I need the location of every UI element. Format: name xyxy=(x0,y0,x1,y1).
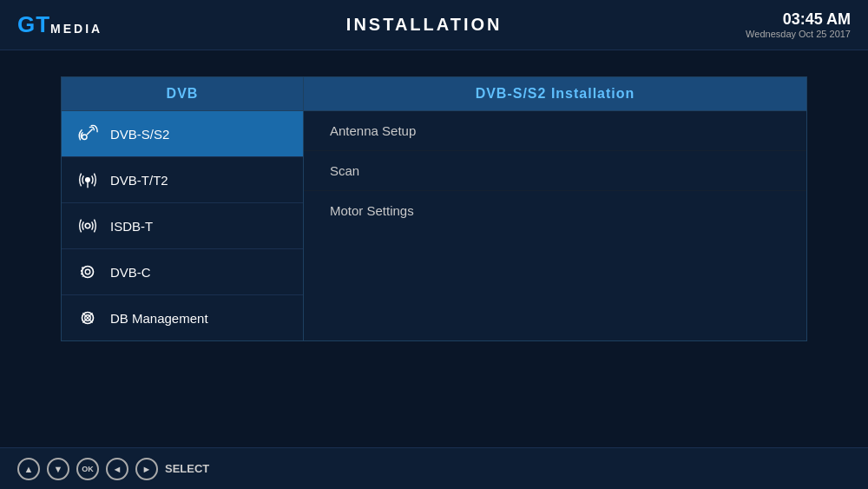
footer-btn-prev[interactable]: ◄ xyxy=(106,458,128,480)
footer: ▲ ▼ OK ◄ ► SELECT xyxy=(0,447,868,489)
installation-panel-header: DVB-S/S2 Installation xyxy=(304,77,806,111)
sidebar-item-db-management[interactable]: DB Management xyxy=(62,295,303,340)
broadcast-icon xyxy=(76,168,100,192)
svg-point-0 xyxy=(82,135,88,140)
sidebar-item-dvb-c[interactable]: DVB-C xyxy=(62,249,303,295)
date-display: Wednesday Oct 25 2017 xyxy=(746,29,851,39)
footer-btn-ok[interactable]: OK xyxy=(76,458,99,480)
dvb-panel: DVB DVB-S/S2 xyxy=(61,76,304,341)
svg-point-4 xyxy=(82,267,94,278)
svg-point-1 xyxy=(86,178,90,182)
broadcast-alt-icon xyxy=(76,214,100,238)
database-icon xyxy=(76,306,100,330)
footer-btn-up[interactable]: ▲ xyxy=(17,458,40,480)
header: GT MEDIA INSTALLATION 03:45 AM Wednesday… xyxy=(0,0,868,50)
main-content: DVB DVB-S/S2 xyxy=(0,59,868,359)
installation-item-antenna-setup[interactable]: Antenna Setup xyxy=(304,111,806,151)
time-display: 03:45 AM xyxy=(746,10,851,29)
logo: GT MEDIA xyxy=(17,11,102,38)
logo-media: MEDIA xyxy=(50,22,102,36)
dvb-panel-header: DVB xyxy=(62,77,303,111)
footer-btn-next[interactable]: ► xyxy=(135,458,158,480)
sidebar-item-dvb-s-s2-label: DVB-S/S2 xyxy=(110,127,169,142)
sidebar-item-dvb-t-t2[interactable]: DVB-T/T2 xyxy=(62,157,303,203)
sidebar-item-dvb-c-label: DVB-C xyxy=(110,265,151,280)
cable-icon xyxy=(76,260,100,284)
footer-select-label: SELECT xyxy=(165,462,209,475)
installation-item-scan[interactable]: Scan xyxy=(304,151,806,191)
sidebar-item-db-management-label: DB Management xyxy=(110,311,208,326)
installation-panel: DVB-S/S2 Installation Antenna Setup Scan… xyxy=(304,76,807,341)
svg-point-3 xyxy=(85,223,90,228)
footer-btn-down[interactable]: ▼ xyxy=(47,458,69,480)
sidebar-item-isdb-t-label: ISDB-T xyxy=(110,219,153,234)
sidebar-item-isdb-t[interactable]: ISDB-T xyxy=(62,203,303,249)
sidebar-item-dvb-t-t2-label: DVB-T/T2 xyxy=(110,173,168,188)
satellite-signal-icon xyxy=(76,122,100,146)
header-time: 03:45 AM Wednesday Oct 25 2017 xyxy=(746,10,851,39)
logo-gt: GT xyxy=(17,11,50,38)
installation-item-motor-settings[interactable]: Motor Settings xyxy=(304,191,806,230)
sidebar-item-dvb-s-s2[interactable]: DVB-S/S2 xyxy=(62,111,303,157)
page-title: INSTALLATION xyxy=(346,15,503,35)
svg-point-5 xyxy=(85,269,90,274)
